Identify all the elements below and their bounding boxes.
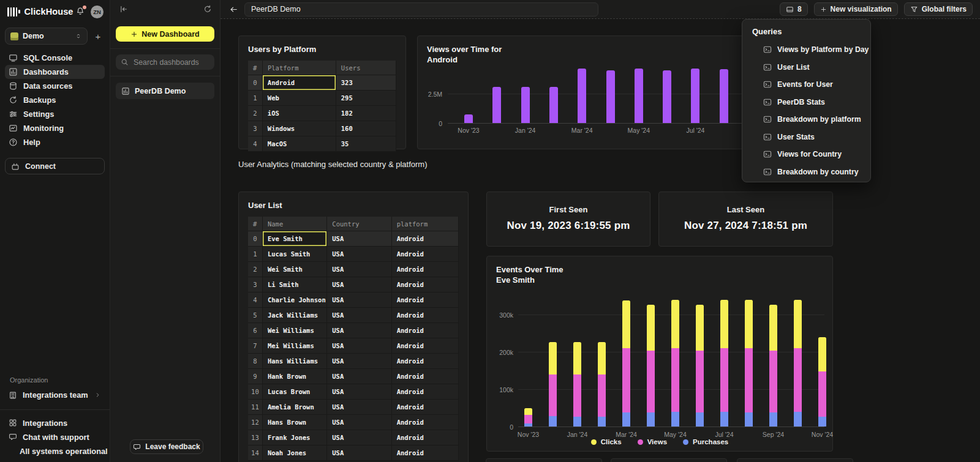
dashboard-title-input[interactable] xyxy=(244,2,598,17)
table-cell[interactable]: Mei Williams xyxy=(263,338,327,354)
new-visualization-button[interactable]: New visualization xyxy=(814,2,898,16)
table-cell[interactable]: USA xyxy=(327,262,391,277)
table-cell[interactable]: USA xyxy=(327,277,391,292)
table-cell[interactable]: Android xyxy=(392,262,459,277)
table-cell[interactable]: Li Smith xyxy=(263,277,327,292)
global-filters-button[interactable]: Global filters xyxy=(904,2,973,16)
events-bar-jan-24[interactable] xyxy=(573,342,581,427)
table-cell[interactable]: Android xyxy=(392,445,459,461)
table-cell[interactable]: Android xyxy=(392,277,459,292)
table-cell[interactable]: Jack Williams xyxy=(263,308,327,323)
events-bar-may-24[interactable] xyxy=(671,300,679,427)
table-cell[interactable]: Android xyxy=(392,292,459,308)
query-item-views-by-platform-by-day[interactable]: Views by Platform by Day xyxy=(742,41,870,59)
sidebar-item-backups[interactable]: Backups xyxy=(5,93,105,107)
table-cell[interactable]: Hans Brown xyxy=(263,415,327,430)
table-cell[interactable]: Windows xyxy=(263,121,336,136)
table-cell[interactable]: Lucas Brown xyxy=(263,384,327,400)
table-cell[interactable]: USA xyxy=(327,384,391,400)
query-item-breakdown-by-platform[interactable]: Breakdown by platform xyxy=(742,111,870,129)
table-cell[interactable]: USA xyxy=(327,354,391,369)
sidebar-item-all-systems-operational[interactable]: All systems operational xyxy=(5,444,105,458)
sidebar-item-settings[interactable]: Settings xyxy=(5,107,105,121)
notifications-bell-icon[interactable] xyxy=(75,7,85,17)
table-cell[interactable]: USA xyxy=(327,231,391,247)
legend-item-purchases[interactable]: Purchases xyxy=(683,438,728,445)
table-cell[interactable]: Noah Jones xyxy=(263,445,327,461)
query-item-views-for-country[interactable]: Views for Country xyxy=(742,146,870,163)
views-bar-nov-23[interactable] xyxy=(464,114,473,123)
table-cell[interactable]: Android xyxy=(392,384,459,400)
table-cell[interactable]: USA xyxy=(327,400,391,415)
table-cell[interactable]: Android xyxy=(392,247,459,262)
sidebar-item-integrations[interactable]: Integrations xyxy=(5,416,105,430)
events-bar-jun-24[interactable] xyxy=(696,305,704,427)
table-cell[interactable]: Android xyxy=(392,354,459,369)
views-bar-aug-24[interactable] xyxy=(720,69,728,123)
events-bar-apr-24[interactable] xyxy=(647,305,655,427)
query-item-events-for-user[interactable]: Events for User xyxy=(742,76,870,94)
table-cell[interactable]: Wei Williams xyxy=(263,323,327,338)
views-bar-apr-24[interactable] xyxy=(606,70,615,123)
sidebar-item-monitoring[interactable]: Monitoring xyxy=(5,121,105,135)
avatar[interactable]: ZN xyxy=(91,6,104,18)
sidebar-item-data-sources[interactable]: Data sources xyxy=(5,79,105,93)
table-cell[interactable]: Android xyxy=(392,430,459,445)
table-cell[interactable]: Hank Brown xyxy=(263,369,327,384)
search-dashboards-input[interactable] xyxy=(132,58,209,67)
dashboard-list-item-peerdb-demo[interactable]: PeerDB Demo xyxy=(116,83,214,99)
table-cell[interactable]: Lucas Smith xyxy=(263,247,327,262)
table-cell[interactable]: USA xyxy=(327,292,391,308)
table-cell[interactable]: Web xyxy=(263,91,336,106)
table-cell[interactable]: USA xyxy=(327,323,391,338)
views-bar-may-24[interactable] xyxy=(635,69,643,123)
table-cell[interactable]: Amelia Brown xyxy=(263,400,327,415)
table-cell[interactable]: Android xyxy=(392,231,459,247)
table-cell[interactable]: 323 xyxy=(336,75,396,91)
table-cell[interactable]: Android xyxy=(392,415,459,430)
table-cell[interactable]: 295 xyxy=(336,91,396,106)
events-bar-dec-23[interactable] xyxy=(549,342,557,427)
events-bar-sep-24[interactable] xyxy=(769,305,777,427)
table-cell[interactable]: MacOS xyxy=(263,136,336,152)
table-cell[interactable]: USA xyxy=(327,445,391,461)
new-dashboard-button[interactable]: New Dashboard xyxy=(116,26,214,42)
table-cell[interactable]: USA xyxy=(327,247,391,262)
table-cell[interactable]: Eve Smith xyxy=(263,231,327,247)
table-cell[interactable]: Android xyxy=(392,400,459,415)
table-cell[interactable]: Frank Jones xyxy=(263,430,327,445)
sidebar-item-integrations-team[interactable]: Integrations team xyxy=(5,388,105,402)
events-bar-nov-23[interactable] xyxy=(524,408,532,427)
query-item-peerdb-stats[interactable]: PeerDB Stats xyxy=(742,94,870,111)
views-bar-dec-23[interactable] xyxy=(492,87,501,124)
table-cell[interactable]: USA xyxy=(327,338,391,354)
table-cell[interactable]: Wei Smith xyxy=(263,262,327,277)
sidebar-item-sql-console[interactable]: SQL Console xyxy=(5,51,105,65)
query-item-breakdown-by-country[interactable]: Breakdown by country xyxy=(742,163,870,181)
sidebar-item-help[interactable]: Help xyxy=(5,135,105,149)
table-cell[interactable]: Hans Williams xyxy=(263,354,327,369)
legend-item-views[interactable]: Views xyxy=(638,438,667,445)
events-bar-feb-24[interactable] xyxy=(598,342,606,427)
views-bar-feb-24[interactable] xyxy=(549,87,558,124)
table-cell[interactable]: Android xyxy=(263,75,336,91)
sidebar-item-chat-with-support[interactable]: Chat with support xyxy=(5,430,105,444)
views-bar-mar-24[interactable] xyxy=(578,69,586,123)
views-bar-jun-24[interactable] xyxy=(663,70,671,123)
add-service-button[interactable]: + xyxy=(91,28,105,45)
table-cell[interactable]: 182 xyxy=(336,106,396,121)
legend-item-clicks[interactable]: Clicks xyxy=(591,438,622,445)
table-cell[interactable]: USA xyxy=(327,415,391,430)
refresh-icon[interactable] xyxy=(203,5,212,13)
events-bar-nov-24[interactable] xyxy=(818,337,826,427)
events-bar-oct-24[interactable] xyxy=(794,300,802,427)
views-bar-jan-24[interactable] xyxy=(521,87,530,124)
leave-feedback-button[interactable]: Leave feedback xyxy=(130,439,203,454)
sidebar-item-dashboards[interactable]: Dashboards xyxy=(5,65,105,79)
visualization-count-button[interactable]: 8 xyxy=(780,2,808,16)
table-cell[interactable]: Charlie Johnson xyxy=(263,292,327,308)
table-cell[interactable]: Android xyxy=(392,323,459,338)
table-cell[interactable]: Android xyxy=(392,369,459,384)
table-cell[interactable]: iOS xyxy=(263,106,336,121)
table-cell[interactable]: 35 xyxy=(336,136,396,152)
